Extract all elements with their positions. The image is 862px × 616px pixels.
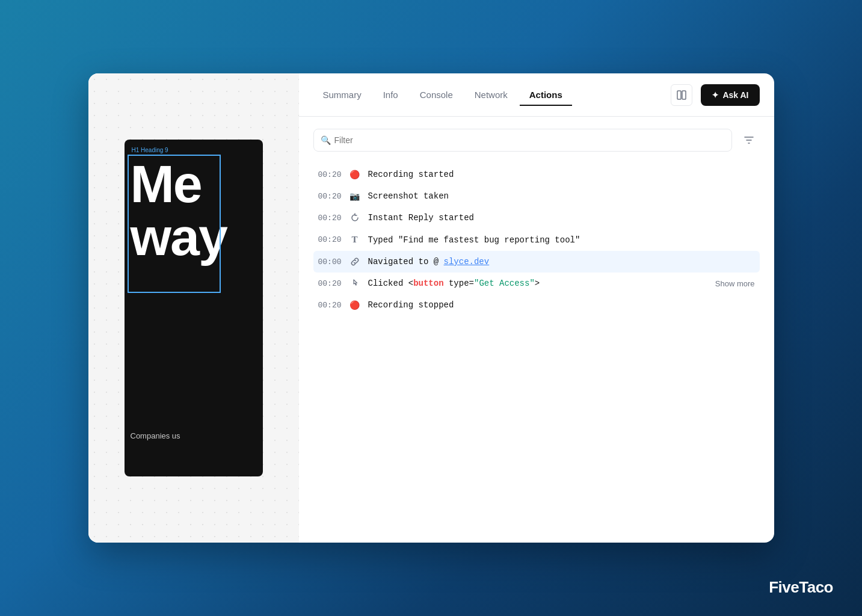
action-time: 00:20 xyxy=(318,301,342,310)
preview-panel: H1 Heading 9 Me way Companies us xyxy=(88,73,299,543)
click-icon xyxy=(349,279,361,288)
action-text: Navigated to @ slyce.dev xyxy=(368,257,755,266)
action-row-highlighted: 00:00 Navigated to @ slyce.dev xyxy=(313,251,760,273)
content-panel: Summary Info Console Network Actions xyxy=(299,73,774,543)
brand-name: FiveTaco xyxy=(769,578,833,597)
action-text: Clicked <button type="Get Access"> xyxy=(368,279,708,288)
action-row: 00:20 T Typed "Find me fastest bug repor… xyxy=(313,229,760,251)
action-row: 00:20 🔴 Recording stopped xyxy=(313,294,760,316)
tab-summary[interactable]: Summary xyxy=(313,85,371,106)
filter-input-wrapper: 🔍 xyxy=(313,129,732,152)
string-value: "Get Access" xyxy=(474,279,535,288)
action-row: 00:20 🔴 Recording started xyxy=(313,164,760,185)
recording-icon: 🔴 xyxy=(349,170,361,179)
svg-rect-1 xyxy=(682,91,686,99)
action-text: Recording started xyxy=(368,170,755,179)
action-row: 00:20 Clicked <button type="Get Access">… xyxy=(313,273,760,294)
action-time: 00:20 xyxy=(318,235,342,244)
action-text: Recording stopped xyxy=(368,300,755,310)
search-icon: 🔍 xyxy=(321,135,331,145)
recording-stop-icon: 🔴 xyxy=(349,300,361,310)
tab-actions[interactable]: Actions xyxy=(520,85,572,106)
action-text: Screenshot taken xyxy=(368,191,755,201)
svg-rect-0 xyxy=(677,91,681,99)
type-icon: T xyxy=(349,235,361,245)
filter-input[interactable] xyxy=(313,129,732,152)
action-list: 00:20 🔴 Recording started 00:20 📷 Screen… xyxy=(313,164,760,316)
action-time: 00:20 xyxy=(318,279,342,288)
keyword-button: button xyxy=(413,279,443,288)
device-blue-border xyxy=(128,155,221,293)
device-bottom-text: Companies us xyxy=(131,431,180,440)
filter-bar: 🔍 xyxy=(313,129,760,152)
action-time: 00:00 xyxy=(318,257,342,266)
tab-bar: Summary Info Console Network Actions xyxy=(299,73,774,117)
ask-ai-button[interactable]: ✦ Ask AI xyxy=(701,84,759,106)
sparkle-icon: ✦ xyxy=(712,90,719,100)
action-row: 00:20 📷 Screenshot taken xyxy=(313,185,760,207)
filter-icon xyxy=(743,134,755,146)
tab-network[interactable]: Network xyxy=(465,85,517,106)
navigate-link[interactable]: slyce.dev xyxy=(444,257,490,266)
layout-icon xyxy=(676,90,687,100)
camera-icon: 📷 xyxy=(349,191,361,201)
layout-toggle-button[interactable] xyxy=(671,84,692,106)
refresh-icon xyxy=(349,213,361,223)
main-panel: H1 Heading 9 Me way Companies us Summary… xyxy=(88,73,774,543)
link-icon xyxy=(349,257,361,266)
action-time: 00:20 xyxy=(318,192,342,201)
action-time: 00:20 xyxy=(318,170,342,179)
filter-options-button[interactable] xyxy=(738,129,760,151)
tab-console[interactable]: Console xyxy=(410,85,463,106)
action-time: 00:20 xyxy=(318,214,342,223)
tab-info[interactable]: Info xyxy=(374,85,408,106)
actions-content: 🔍 00:20 🔴 Recording started xyxy=(299,117,774,543)
action-text: Instant Reply started xyxy=(368,213,755,223)
device-preview: H1 Heading 9 Me way Companies us xyxy=(125,140,263,476)
action-row: 00:20 Instant Reply started xyxy=(313,207,760,229)
device-heading-label: H1 Heading 9 xyxy=(132,147,168,153)
action-text: Typed "Find me fastest bug reporting too… xyxy=(368,235,755,245)
show-more-button[interactable]: Show more xyxy=(715,279,755,288)
